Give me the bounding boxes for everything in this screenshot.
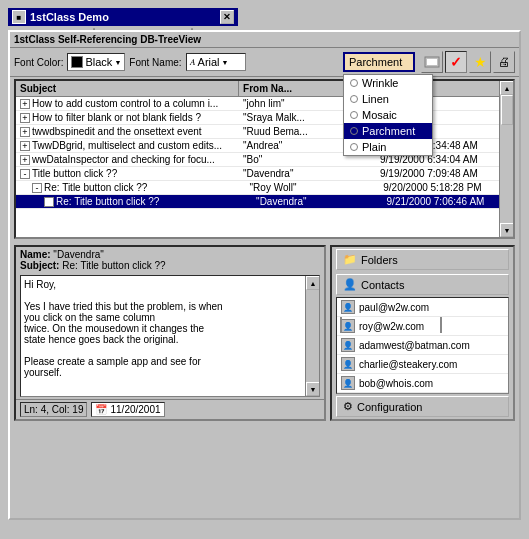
star-icon: ★ <box>474 54 487 70</box>
close-button[interactable]: ✕ <box>220 10 234 24</box>
contact-icon-3: 👤 <box>341 338 355 352</box>
message-text: Hi Roy, Yes I have tried this but the pr… <box>24 279 316 378</box>
subject-value: Re: Title button click ?? <box>62 260 165 271</box>
contact-list: 👤 paul@w2w.com 👤 roy@w2w.com 👤 adamwest@… <box>336 297 509 394</box>
calendar-icon: 📅 <box>95 404 107 415</box>
folders-label: Folders <box>361 254 398 266</box>
expand-btn[interactable]: + <box>20 113 30 123</box>
theme-parchment[interactable]: Parchment <box>344 123 432 139</box>
theme-dropdown-container[interactable]: Parchment Wrinkle Linen Mosaic <box>343 52 415 72</box>
expand-btn[interactable]: + <box>20 127 30 137</box>
folders-button[interactable]: 📁 Folders <box>336 249 509 270</box>
folder-icon: 📁 <box>343 253 357 266</box>
theme-plain[interactable]: Plain <box>344 139 432 155</box>
contact-row[interactable]: 👤 roy@w2w.com <box>337 317 508 336</box>
btn-check[interactable]: ✓ <box>445 51 467 73</box>
message-panel: Name: "Davendra" Subject: Re: Title butt… <box>14 245 326 421</box>
font-name-dropdown[interactable]: 𝐴 Arial ▼ <box>186 53 246 71</box>
pin-6 <box>440 317 442 333</box>
message-footer: Ln: 4, Col: 19 📅 11/20/2001 <box>16 399 324 419</box>
font-name-value: Arial <box>198 56 220 68</box>
contacts-icon: 👤 <box>343 278 357 291</box>
radio-plain <box>350 143 358 151</box>
bottom-section: Name: "Davendra" Subject: Re: Title butt… <box>10 243 519 423</box>
list-item[interactable]: + wwDataInspector and checking for focu.… <box>16 153 513 167</box>
toolbar-icons: Parchment Wrinkle Linen Mosaic <box>343 51 515 73</box>
radio-wrinkle <box>350 79 358 87</box>
contact-icon-4: 👤 <box>341 357 355 371</box>
expand-btn[interactable]: - <box>32 183 42 193</box>
check-icon: ✓ <box>450 54 462 70</box>
list-item[interactable]: + How to filter blank or not blank field… <box>16 111 513 125</box>
contact-icon-2: 👤 <box>341 319 355 333</box>
list-area: Subject From Na... + How to add custom c… <box>14 79 515 239</box>
toolbar: Font Color: Black ▼ Font Name: 𝐴 Arial ▼… <box>10 48 519 77</box>
theme-wrinkle[interactable]: Wrinkle <box>344 75 432 91</box>
name-label: Name: <box>20 249 51 260</box>
font-icon: 𝐴 <box>190 57 196 68</box>
date-value: 11/20/2001 <box>110 404 160 415</box>
radio-linen <box>350 95 358 103</box>
radio-parchment <box>350 127 358 135</box>
main-window: 1stClass Self-Referencing DB-TreeView Fo… <box>8 30 521 520</box>
msg-scroll-down[interactable]: ▼ <box>306 382 320 396</box>
theme-value[interactable]: Parchment <box>343 52 415 72</box>
color-swatch <box>71 56 83 68</box>
font-name-label: Font Name: <box>129 57 181 68</box>
list-item[interactable]: - Re: Title button click ?? "Roy Woll" 9… <box>16 181 513 195</box>
app-subtitle: 1stClass Self-Referencing DB-TreeView <box>10 32 519 48</box>
list-item[interactable]: + TwwDBgrid, multiselect and custom edit… <box>16 139 513 153</box>
app-icon: ■ <box>12 10 26 24</box>
date-box[interactable]: 📅 11/20/2001 <box>91 402 164 417</box>
contacts-button[interactable]: 👤 Contacts <box>336 274 509 295</box>
expand-btn[interactable]: + <box>20 99 30 109</box>
list-rows: + How to add custom control to a column … <box>16 97 513 237</box>
font-color-label: Font Color: <box>14 57 63 68</box>
subject-label: Subject: <box>20 260 59 271</box>
scroll-up-arrow[interactable]: ▲ <box>500 81 514 95</box>
btn-printer[interactable]: 🖨 <box>493 51 515 73</box>
contact-row[interactable]: 👤 paul@w2w.com <box>337 298 508 317</box>
btn-star[interactable]: ★ <box>469 51 491 73</box>
font-color-dropdown[interactable]: Black ▼ <box>67 53 125 71</box>
svg-rect-1 <box>427 59 437 65</box>
scrollbar-v[interactable]: ▲ ▼ <box>499 81 513 237</box>
list-item[interactable]: + Re: Title button click ?? "Davendra" 9… <box>16 195 513 209</box>
contact-row[interactable]: 👤 charlie@steakery.com <box>337 355 508 374</box>
expand-btn[interactable]: + <box>20 141 30 151</box>
list-header: Subject From Na... <box>16 81 513 97</box>
name-value: "Davendra" <box>53 249 103 260</box>
scroll-down-arrow[interactable]: ▼ <box>500 223 514 237</box>
list-item[interactable]: - Title button click ?? "Davendra" 9/19/… <box>16 167 513 181</box>
msg-scrollbar[interactable]: ▲ ▼ <box>305 276 319 396</box>
expand-btn[interactable]: + <box>20 155 30 165</box>
scroll-thumb[interactable] <box>501 95 513 125</box>
list-item[interactable]: + twwdbspinedit and the onsettext event … <box>16 125 513 139</box>
radio-mosaic <box>350 111 358 119</box>
config-button[interactable]: ⚙ Configuration <box>336 396 509 417</box>
theme-menu[interactable]: Wrinkle Linen Mosaic Parchment <box>343 74 433 156</box>
col-subject: Subject <box>16 81 239 96</box>
msg-scroll-up[interactable]: ▲ <box>306 276 320 290</box>
expand-btn[interactable]: - <box>20 169 30 179</box>
expand-btn[interactable]: + <box>44 197 54 207</box>
message-body[interactable]: Hi Roy, Yes I have tried this but the pr… <box>20 275 320 397</box>
font-color-arrow[interactable]: ▼ <box>114 59 121 66</box>
title-bar: ■ 1stClass Demo ✕ <box>8 8 238 26</box>
btn-img1[interactable] <box>421 51 443 73</box>
theme-mosaic[interactable]: Mosaic <box>344 107 432 123</box>
config-icon: ⚙ <box>343 400 353 413</box>
title-bar-text: 1stClass Demo <box>30 11 109 23</box>
list-item[interactable]: + How to add custom control to a column … <box>16 97 513 111</box>
pin-5 <box>340 317 342 333</box>
contact-row[interactable]: 👤 bob@whois.com <box>337 374 508 393</box>
printer-icon: 🖨 <box>498 55 510 69</box>
contact-icon-1: 👤 <box>341 300 355 314</box>
message-meta: Name: "Davendra" Subject: Re: Title butt… <box>16 247 324 273</box>
font-color-value: Black <box>85 56 112 68</box>
contact-row[interactable]: 👤 adamwest@batman.com <box>337 336 508 355</box>
font-name-arrow[interactable]: ▼ <box>222 59 229 66</box>
theme-linen[interactable]: Linen <box>344 91 432 107</box>
status-box: Ln: 4, Col: 19 <box>20 402 87 417</box>
contacts-label: Contacts <box>361 279 404 291</box>
